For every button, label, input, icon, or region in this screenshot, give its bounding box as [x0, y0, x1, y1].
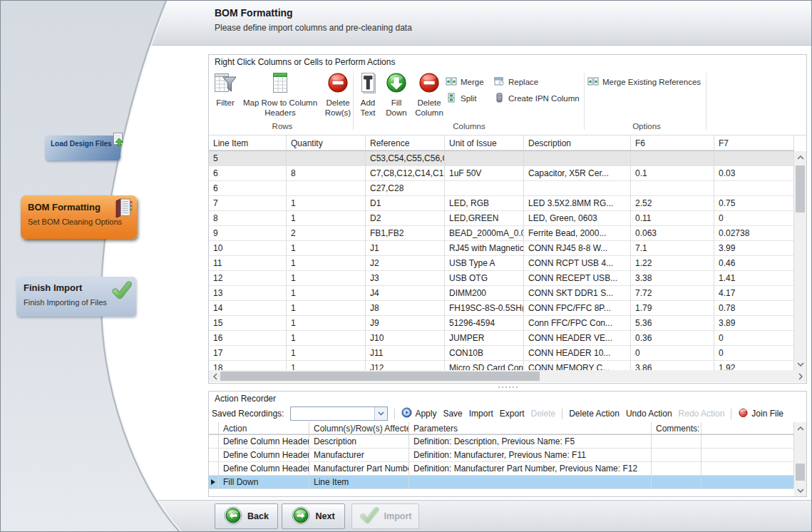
table-cell[interactable]: 1 [287, 316, 366, 331]
table-cell[interactable]: J4 [366, 286, 445, 301]
table-cell[interactable]: 0.75 [714, 196, 794, 211]
table-row[interactable]: 131J4DIMM200CONN SKT DDR1 S...7.724.17 [209, 286, 794, 301]
action-cell[interactable] [652, 449, 701, 462]
table-cell[interactable]: 1.79 [631, 301, 714, 316]
saved-recordings-select[interactable] [290, 406, 388, 421]
table-cell[interactable]: J2 [366, 256, 445, 271]
action-cell[interactable]: Fill Down [219, 476, 309, 489]
table-row[interactable]: 81D2LED,GREENLED, Green, 06030.110 [209, 211, 794, 226]
table-cell[interactable]: USB OTG [445, 271, 524, 286]
table-cell[interactable]: 0.063 [631, 226, 714, 241]
table-cell[interactable]: 6 [209, 166, 287, 181]
table-cell[interactable]: 0 [714, 331, 794, 346]
table-cell[interactable]: 12 [209, 271, 287, 286]
map-row-to-column-headers-button[interactable]: Map Row to Column Headers [240, 71, 320, 118]
action-cell[interactable]: Description [309, 435, 409, 449]
table-cell[interactable]: BEAD_2000mA_0.0... [445, 226, 524, 241]
scroll-thumb[interactable] [220, 372, 540, 381]
table-row[interactable]: 68C7,C8,C12,C14,C15,...1uF 50VCapacitor,… [209, 166, 794, 181]
undo-action-button[interactable]: Undo Action [626, 409, 672, 419]
table-cell[interactable] [445, 151, 524, 166]
column-header[interactable]: Reference [366, 135, 445, 150]
table-cell[interactable]: 3.99 [714, 241, 794, 256]
table-row[interactable]: 121J3USB OTGCONN RECEPT USB...3.381.41 [209, 271, 794, 286]
table-cell[interactable] [631, 151, 714, 166]
table-cell[interactable]: 11 [209, 256, 287, 271]
replace-button[interactable]: Replace [493, 76, 538, 88]
table-cell[interactable]: J3 [366, 271, 445, 286]
column-header[interactable]: Line Item [209, 135, 287, 150]
table-cell[interactable]: USB Type A [445, 256, 524, 271]
table-cell[interactable]: 3.89 [714, 316, 794, 331]
table-cell[interactable]: CONN RCPT USB 4... [524, 256, 631, 271]
table-row[interactable]: 181J12Micro SD Card Con...CONN MEMORY C.… [209, 361, 794, 370]
table-cell[interactable]: J10 [366, 331, 445, 346]
column-header[interactable]: Quantity [287, 135, 366, 150]
column-header[interactable]: Column(s)/Row(s) Affected [309, 422, 409, 434]
table-row[interactable]: 6C27,C28 [209, 181, 794, 196]
column-header[interactable]: Parameters [409, 422, 652, 434]
table-cell[interactable]: 7.72 [631, 286, 714, 301]
action-cell[interactable] [701, 449, 794, 462]
table-cell[interactable]: 0.03 [714, 166, 794, 181]
delete-action-button[interactable]: Delete Action [569, 409, 620, 419]
table-cell[interactable]: FB1,FB2 [366, 226, 445, 241]
action-row[interactable]: Define Column HeaderManufacturerDefiniti… [209, 449, 794, 462]
table-cell[interactable]: 0.02738 [714, 226, 794, 241]
table-cell[interactable]: CONN HEADER 10... [524, 346, 631, 361]
merge-existing-references-button[interactable]: Merge Existing References [587, 76, 701, 88]
scroll-thumb[interactable] [796, 165, 805, 213]
table-cell[interactable]: JUMPER [445, 331, 524, 346]
table-cell[interactable]: Micro SD Card Con... [445, 361, 524, 370]
scroll-thumb[interactable] [796, 464, 805, 481]
table-cell[interactable]: 1 [287, 346, 366, 361]
action-row[interactable]: Define Column HeaderManufacturer Part Nu… [209, 462, 794, 476]
table-cell[interactable]: 0.78 [714, 301, 794, 316]
table-cell[interactable] [631, 181, 714, 196]
delete-rows-button[interactable]: Delete Row(s) [322, 71, 354, 118]
table-cell[interactable]: 1 [287, 286, 366, 301]
table-cell[interactable]: Capacitor, X5R Cer... [524, 166, 631, 181]
create-ipn-column-button[interactable]: Create IPN Column [493, 92, 580, 105]
table-cell[interactable]: 7 [209, 196, 287, 211]
action-row[interactable]: Fill DownLine Item [209, 476, 794, 489]
table-cell[interactable]: 15 [209, 316, 287, 331]
table-cell[interactable]: 1 [287, 256, 366, 271]
column-header[interactable]: F7 [714, 135, 794, 150]
table-cell[interactable]: J12 [366, 361, 445, 370]
table-cell[interactable]: 2.52 [631, 196, 714, 211]
table-cell[interactable]: LED, Green, 0603 [524, 211, 631, 226]
action-cell[interactable]: Definition: Manufacturer, Previous Name:… [409, 449, 652, 462]
action-cell[interactable] [701, 476, 794, 489]
action-cell[interactable]: Line Item [309, 476, 409, 489]
table-cell[interactable]: J1 [366, 241, 445, 256]
table-cell[interactable]: 0 [631, 346, 714, 361]
split-button[interactable]: Split [446, 92, 476, 105]
table-cell[interactable] [524, 181, 631, 196]
add-text-button[interactable]: Add Text [354, 71, 381, 118]
table-cell[interactable]: 16 [209, 331, 287, 346]
table-cell[interactable]: 0.46 [714, 256, 794, 271]
table-cell[interactable]: 4.17 [714, 286, 794, 301]
import-recording-button[interactable]: Import [469, 409, 493, 419]
splitter-handle[interactable] [209, 385, 806, 389]
table-cell[interactable]: 18 [209, 361, 287, 370]
column-header[interactable]: Action [219, 422, 309, 434]
table-cell[interactable]: FH19SC-8S-0.5SH(... [445, 301, 524, 316]
table-cell[interactable]: 0 [714, 346, 794, 361]
action-cell[interactable]: Define Column Header [219, 462, 309, 476]
table-cell[interactable]: J8 [366, 301, 445, 316]
table-cell[interactable]: 8 [287, 166, 366, 181]
table-row[interactable]: 5C53,C54,C55,C56,C... [209, 151, 794, 166]
action-cell[interactable]: Definition: Description, Previous Name: … [409, 435, 652, 449]
table-cell[interactable]: CONN RJ45 8-8 W... [524, 241, 631, 256]
step-card-finish-import[interactable]: Finish Import Finish Importing of Files [16, 277, 136, 317]
action-cell[interactable]: Manufacturer Part Number [309, 462, 409, 476]
table-cell[interactable]: 0.1 [631, 166, 714, 181]
column-header[interactable]: Comments: [652, 422, 701, 434]
table-cell[interactable]: 3.38 [631, 271, 714, 286]
table-cell[interactable]: 14 [209, 301, 287, 316]
grid-vertical-scrollbar[interactable] [794, 151, 806, 370]
table-cell[interactable]: CONN HEADER VE... [524, 331, 631, 346]
table-row[interactable]: 151J951296-4594Conn FFC/FPC Con...5.363.… [209, 316, 794, 331]
